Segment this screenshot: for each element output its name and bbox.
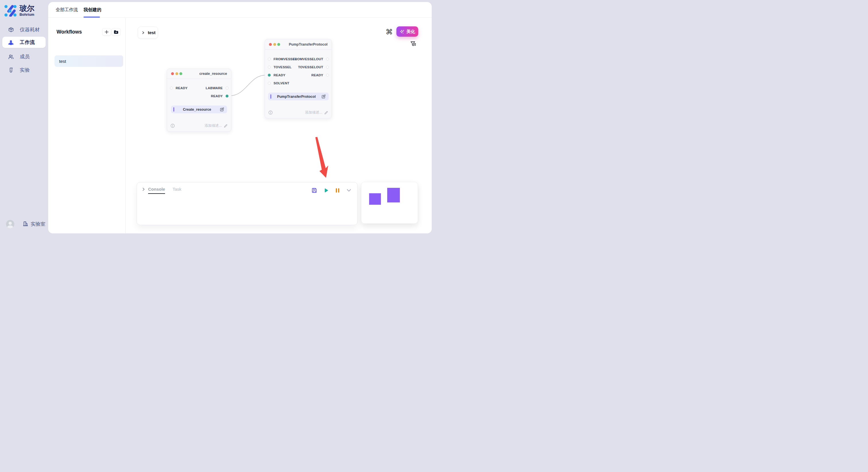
- chevron-down-icon[interactable]: [346, 188, 352, 193]
- edit-icon[interactable]: [220, 107, 224, 111]
- bohrium-logo-icon: [4, 4, 17, 16]
- sparkles-icon: [400, 29, 405, 34]
- brand-name: 玻尔: [20, 4, 34, 12]
- folder-download-icon: [113, 29, 119, 35]
- beautify-button[interactable]: 美化: [396, 26, 418, 37]
- node-task-button[interactable]: PumpTransferProtocol: [268, 93, 329, 100]
- breadcrumb-label: test: [148, 30, 156, 35]
- port-circle[interactable]: [226, 87, 228, 90]
- port-out-labware[interactable]: LABWARE: [206, 85, 228, 91]
- port-in-ready[interactable]: READY: [268, 72, 285, 78]
- port-in-ready[interactable]: READY: [170, 85, 187, 91]
- sidebar: 玻尔 Bohrium 仪器耗材: [0, 0, 48, 236]
- app-window: 玻尔 Bohrium 仪器耗材: [0, 0, 434, 236]
- chevron-right-icon: [142, 31, 145, 34]
- port-circle[interactable]: [326, 58, 329, 61]
- minimap-node-pump-transfer: [387, 188, 400, 202]
- sidebar-item-consumables[interactable]: 仪器耗材: [2, 24, 45, 35]
- port-in-tovessel[interactable]: TOVESSEL: [268, 64, 291, 70]
- filter-icon[interactable]: [410, 40, 417, 47]
- workflow-people-icon: [8, 40, 14, 45]
- node-description-placeholder[interactable]: 添加描述...: [205, 123, 222, 128]
- node-description-placeholder[interactable]: 添加描述...: [305, 110, 322, 115]
- chevron-right-icon[interactable]: [142, 187, 146, 191]
- members-icon: [8, 54, 14, 60]
- sidebar-item-workflow[interactable]: 工作流: [2, 37, 45, 48]
- sidebar-nav: 仪器耗材 工作流: [2, 24, 45, 76]
- add-workflow-button[interactable]: [102, 28, 111, 36]
- port-circle[interactable]: [268, 66, 271, 69]
- traffic-dot-green: [179, 72, 182, 75]
- sidebar-item-label: 仪器耗材: [20, 26, 40, 33]
- import-folder-button[interactable]: [112, 28, 121, 36]
- port-circle[interactable]: [326, 66, 329, 69]
- port-out-ready[interactable]: READY: [211, 93, 228, 99]
- sidebar-item-label: 工作流: [20, 39, 35, 45]
- sidebar-item-members[interactable]: 成员: [2, 51, 45, 62]
- brand-subtitle: Bohrium: [20, 12, 34, 16]
- package-icon: [8, 27, 14, 33]
- building-icon: [23, 221, 28, 228]
- info-icon[interactable]: [170, 124, 175, 128]
- traffic-dot-yellow: [175, 72, 178, 75]
- brand: 玻尔 Bohrium: [4, 4, 34, 16]
- port-circle-connected[interactable]: [268, 74, 271, 76]
- node-task-button[interactable]: Create_resource: [171, 105, 227, 113]
- port-circle-connected[interactable]: [226, 95, 228, 98]
- main-content-card: 全部工作流 我创建的 Workflows test: [48, 2, 432, 233]
- node-title: PumpTransferProtocol: [289, 42, 328, 46]
- sidebar-item-label: 实验: [20, 67, 30, 73]
- plus-icon: [104, 30, 109, 34]
- node-create-resource[interactable]: create_resource READY LABWARE READY Crea…: [167, 69, 231, 132]
- workflows-panel: Workflows test: [48, 18, 126, 233]
- panel-title: Workflows: [57, 29, 82, 35]
- workspace-label: 实验室: [31, 221, 45, 227]
- pencil-icon[interactable]: [324, 111, 328, 115]
- command-palette-icon[interactable]: ⌘: [384, 27, 394, 36]
- workflow-tabbar: 全部工作流 我创建的: [48, 2, 432, 18]
- traffic-dot-yellow: [273, 43, 276, 46]
- run-play-icon[interactable]: [323, 188, 329, 193]
- beautify-label: 美化: [406, 29, 415, 34]
- tab-console[interactable]: Console: [148, 187, 165, 194]
- port-circle[interactable]: [170, 87, 173, 90]
- annotation-arrow: [307, 128, 364, 191]
- port-out-ready[interactable]: READY: [311, 72, 329, 78]
- minimap[interactable]: [361, 182, 418, 224]
- user-avatar[interactable]: [6, 220, 14, 228]
- tab-all-workflows[interactable]: 全部工作流: [56, 2, 78, 18]
- test-tube-icon: [8, 67, 14, 73]
- node-title: create_resource: [199, 72, 227, 76]
- save-icon[interactable]: [311, 188, 317, 193]
- workspace-switcher[interactable]: 实验室: [6, 220, 45, 228]
- pause-icon[interactable]: [335, 188, 340, 193]
- sidebar-item-experiments[interactable]: 实验: [2, 65, 45, 76]
- traffic-dot-red: [269, 43, 272, 46]
- port-out-tovesselout[interactable]: TOVESSELOUT: [298, 64, 329, 70]
- edit-icon[interactable]: [321, 94, 326, 99]
- tab-my-created[interactable]: 我创建的: [84, 2, 101, 18]
- traffic-dot-green: [277, 43, 280, 46]
- minimap-node-create-resource: [369, 193, 381, 205]
- console-panel: Console Task: [136, 182, 358, 225]
- port-circle[interactable]: [268, 82, 271, 85]
- port-in-solvent[interactable]: SOLVENT: [268, 80, 289, 86]
- active-tab-underline: [84, 16, 100, 18]
- canvas-breadcrumb[interactable]: test: [138, 27, 158, 38]
- info-icon[interactable]: [268, 110, 273, 115]
- node-pump-transfer-protocol[interactable]: PumpTransferProtocol FROMVESSEL TOVESSEL…: [265, 39, 332, 119]
- sidebar-item-label: 成员: [20, 53, 30, 60]
- traffic-dot-red: [171, 72, 174, 75]
- workflow-list-item[interactable]: test: [55, 55, 123, 67]
- port-circle[interactable]: [268, 58, 271, 61]
- port-circle[interactable]: [326, 74, 329, 76]
- tab-task[interactable]: Task: [173, 187, 181, 194]
- port-out-fromvesselout[interactable]: FROMVESSELOUT: [293, 56, 329, 62]
- pencil-icon[interactable]: [224, 124, 228, 128]
